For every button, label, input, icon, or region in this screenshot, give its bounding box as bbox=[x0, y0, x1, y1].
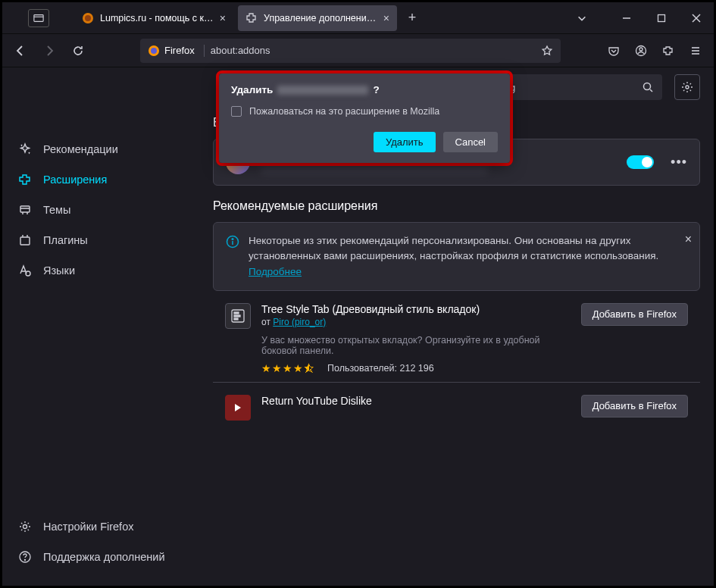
urlbar-app: Firefox bbox=[164, 45, 195, 56]
info-link[interactable]: Подробнее bbox=[249, 266, 302, 277]
dialog-title: Удалить bbox=[231, 84, 273, 95]
brush-icon bbox=[17, 202, 33, 217]
nav-forward-button[interactable] bbox=[37, 39, 61, 63]
sidebar-item-plugins[interactable]: Плагины bbox=[2, 225, 199, 255]
svg-rect-0 bbox=[33, 14, 42, 21]
svg-rect-28 bbox=[234, 315, 240, 317]
gear-icon bbox=[17, 519, 33, 534]
dialog-cancel-button[interactable]: Cancel bbox=[443, 132, 498, 152]
window-maximize-button[interactable] bbox=[644, 2, 679, 34]
rec-author-link[interactable]: Piro (piro_or) bbox=[273, 317, 326, 327]
report-checkbox[interactable] bbox=[231, 106, 242, 117]
rec-desc: У вас множество открытых вкладок? Органи… bbox=[261, 335, 571, 356]
dialog-remove-button[interactable]: Удалить bbox=[374, 132, 436, 152]
recent-browsing-icon[interactable] bbox=[28, 9, 49, 27]
sparkle-icon bbox=[17, 142, 33, 157]
svg-point-25 bbox=[232, 239, 233, 240]
info-text: Некоторые из этих рекомендаций персонали… bbox=[249, 235, 658, 261]
extensions-icon[interactable] bbox=[656, 39, 680, 63]
svg-point-17 bbox=[23, 525, 27, 529]
rec-card-2: Return YouTube Dislike Добавить в Firefo… bbox=[213, 383, 700, 428]
tab-1[interactable]: Lumpics.ru - помощь с компь × bbox=[74, 5, 233, 31]
dialog-highlight-border: Удалить ? Пожаловаться на это расширение… bbox=[216, 70, 513, 166]
svg-rect-4 bbox=[658, 14, 665, 21]
svg-point-10 bbox=[639, 48, 643, 51]
addon-tools-button[interactable] bbox=[674, 74, 700, 100]
remove-extension-dialog: Удалить ? Пожаловаться на это расширение… bbox=[219, 74, 510, 163]
sidebar-item-firefox-settings[interactable]: Настройки Firefox bbox=[2, 511, 199, 542]
firefox-icon bbox=[148, 45, 160, 57]
rec-card-1: Tree Style Tab (Древовидный стиль вкладо… bbox=[213, 291, 700, 383]
nav-reload-button[interactable] bbox=[66, 39, 90, 63]
rec-icon-tree bbox=[225, 303, 251, 329]
rec-icon-youtube bbox=[225, 395, 251, 421]
favicon-lumpics bbox=[82, 12, 94, 24]
svg-point-8 bbox=[151, 48, 157, 54]
rec2-title: Return YouTube Dislike bbox=[261, 395, 571, 407]
extension-toggle[interactable] bbox=[627, 155, 654, 169]
urlbar[interactable]: Firefox about:addons bbox=[140, 39, 561, 63]
svg-point-22 bbox=[686, 86, 689, 89]
rec-title: Tree Style Tab (Древовидный стиль вкладо… bbox=[261, 303, 571, 315]
sidebar-label-languages: Языки bbox=[43, 264, 75, 277]
add-to-firefox-button-1[interactable]: Добавить в Firefox bbox=[581, 303, 688, 326]
sidebar-item-themes[interactable]: Темы bbox=[2, 195, 199, 225]
add-to-firefox-button-2[interactable]: Добавить в Firefox bbox=[581, 395, 688, 418]
sidebar-label-support: Поддержка дополнений bbox=[43, 551, 165, 563]
report-checkbox-label: Пожаловаться на это расширение в Mozilla bbox=[249, 106, 439, 117]
sidebar: Рекомендации Расширения Темы Плагины Язы… bbox=[2, 67, 199, 586]
svg-rect-27 bbox=[234, 312, 239, 314]
titlebar-left bbox=[2, 9, 74, 27]
dialog-title-blurred bbox=[277, 86, 368, 95]
sidebar-item-recommendations[interactable]: Рекомендации bbox=[2, 134, 199, 164]
svg-point-19 bbox=[25, 560, 26, 561]
pocket-icon[interactable] bbox=[602, 39, 626, 63]
sidebar-label-themes: Темы bbox=[43, 204, 71, 216]
sidebar-label-recommendations: Рекомендации bbox=[43, 143, 118, 155]
window-close-button[interactable] bbox=[679, 2, 714, 34]
svg-line-21 bbox=[650, 89, 652, 92]
favicon-addons bbox=[245, 12, 258, 24]
extension-more-button[interactable]: ••• bbox=[671, 155, 687, 170]
urlbar-address: about:addons bbox=[211, 45, 541, 56]
svg-rect-29 bbox=[234, 318, 238, 320]
info-icon bbox=[226, 235, 239, 249]
tab-1-close-icon[interactable]: × bbox=[220, 12, 226, 24]
svg-point-2 bbox=[85, 15, 91, 21]
nav-back-button[interactable] bbox=[8, 39, 33, 63]
tab-2-close-icon[interactable]: × bbox=[383, 12, 389, 24]
tab-1-title: Lumpics.ru - помощь с компь bbox=[100, 13, 214, 23]
help-icon bbox=[17, 549, 33, 565]
puzzle-icon bbox=[17, 172, 33, 187]
urlbar-separator bbox=[204, 45, 205, 57]
menu-icon[interactable] bbox=[683, 39, 708, 63]
bookmark-star-icon[interactable] bbox=[541, 45, 553, 57]
navbar: Firefox about:addons bbox=[2, 34, 714, 67]
sidebar-label-plugins: Плагины bbox=[43, 234, 88, 246]
sidebar-item-extensions[interactable]: Расширения bbox=[2, 164, 199, 195]
tab-2[interactable]: Управление дополнениями × bbox=[238, 5, 397, 31]
sidebar-item-support[interactable]: Поддержка дополнений bbox=[2, 542, 199, 572]
svg-rect-15 bbox=[20, 237, 30, 245]
sidebar-item-languages[interactable]: Языки bbox=[2, 255, 199, 286]
tabs-dropdown-icon[interactable] bbox=[570, 13, 594, 23]
tab-2-title: Управление дополнениями bbox=[264, 13, 377, 23]
sidebar-label-extensions: Расширения bbox=[43, 174, 107, 186]
new-tab-button[interactable]: + bbox=[402, 8, 423, 29]
account-icon[interactable] bbox=[629, 39, 653, 63]
sidebar-label-settings: Настройки Firefox bbox=[43, 521, 133, 533]
info-close-icon[interactable]: × bbox=[685, 230, 692, 249]
plugin-icon bbox=[17, 233, 33, 248]
window-minimize-button[interactable] bbox=[609, 2, 644, 34]
titlebar: Lumpics.ru - помощь с компь × Управление… bbox=[2, 2, 714, 34]
language-icon bbox=[17, 263, 33, 278]
gear-icon bbox=[681, 81, 693, 93]
dialog-wrap: Удалить ? Пожаловаться на это расширение… bbox=[216, 70, 513, 166]
info-banner: Некоторые из этих рекомендаций персонали… bbox=[213, 222, 700, 291]
svg-point-20 bbox=[644, 83, 651, 90]
rating-stars: ★★★★⯪ bbox=[261, 362, 315, 374]
search-icon bbox=[643, 82, 653, 92]
svg-rect-14 bbox=[20, 206, 30, 212]
section-recommended: Рекомендуемые расширения bbox=[213, 199, 700, 213]
